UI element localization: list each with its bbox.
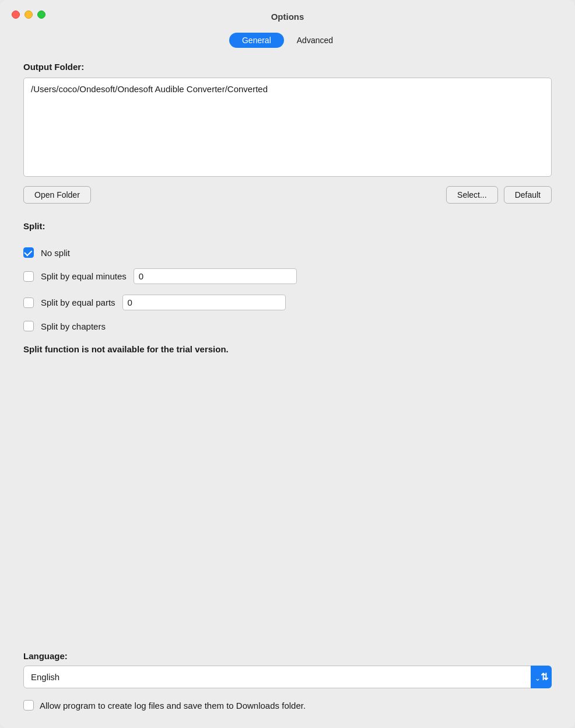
content: Output Folder: /Users/coco/Ondesoft/Onde… <box>0 56 575 728</box>
trial-notice: Split function is not available for the … <box>23 344 552 354</box>
window-title: Options <box>271 12 304 22</box>
folder-buttons: Open Folder Select... Default <box>23 186 552 204</box>
split-by-chapters-row: Split by chapters <box>23 321 552 331</box>
split-by-minutes-input[interactable] <box>134 268 297 284</box>
minimize-button[interactable] <box>24 10 33 19</box>
output-folder-label: Output Folder: <box>23 62 552 72</box>
language-label: Language: <box>23 651 552 661</box>
select-button[interactable]: Select... <box>446 186 498 204</box>
split-by-parts-row: Split by equal parts <box>23 295 552 310</box>
split-by-minutes-row: Split by equal minutes <box>23 268 552 284</box>
close-button[interactable] <box>12 10 20 19</box>
split-section: Split: No split Split by equal minutes S… <box>23 221 552 354</box>
maximize-button[interactable] <box>37 10 45 19</box>
default-button[interactable]: Default <box>504 186 552 204</box>
no-split-row: No split <box>23 247 552 258</box>
output-folder-value[interactable]: /Users/coco/Ondesoft/Ondesoft Audible Co… <box>23 78 552 177</box>
language-select-wrapper: English Chinese French German Japanese S… <box>23 666 552 688</box>
tab-advanced[interactable]: Advanced <box>284 33 346 48</box>
log-files-label: Allow program to create log files and sa… <box>40 701 306 710</box>
no-split-label: No split <box>41 248 70 258</box>
tab-bar: General Advanced <box>0 29 575 56</box>
traffic-lights <box>12 10 45 19</box>
split-by-chapters-checkbox[interactable] <box>23 321 34 331</box>
open-folder-button[interactable]: Open Folder <box>23 186 91 204</box>
title-bar: Options <box>0 0 575 29</box>
window: Options General Advanced Output Folder: … <box>0 0 575 728</box>
split-by-chapters-label: Split by chapters <box>41 321 106 331</box>
split-by-parts-checkbox[interactable] <box>23 298 34 308</box>
tab-general[interactable]: General <box>229 33 284 48</box>
no-split-checkbox[interactable] <box>23 247 34 258</box>
split-by-parts-input[interactable] <box>122 295 286 310</box>
right-buttons: Select... Default <box>446 186 552 204</box>
split-by-minutes-checkbox[interactable] <box>23 271 34 282</box>
split-by-parts-label: Split by equal parts <box>41 298 115 307</box>
log-files-row: Allow program to create log files and sa… <box>23 700 552 710</box>
split-label: Split: <box>23 221 552 231</box>
language-select[interactable]: English Chinese French German Japanese S… <box>23 666 552 688</box>
log-files-checkbox[interactable] <box>23 700 34 710</box>
language-section: Language: English Chinese French German … <box>23 628 552 710</box>
split-by-minutes-label: Split by equal minutes <box>41 271 127 281</box>
